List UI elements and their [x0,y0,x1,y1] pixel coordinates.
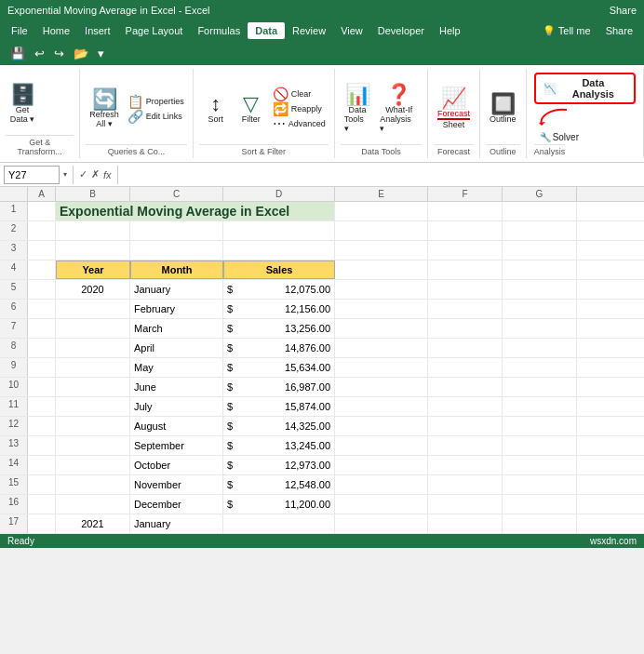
cell-c16[interactable]: December [130,495,223,514]
cell-e3[interactable] [335,241,428,260]
cell-d3[interactable] [223,241,335,260]
col-header-g[interactable]: G [503,187,577,201]
menu-developer[interactable]: Developer [370,22,432,39]
formula-check[interactable]: ✓ [79,168,87,180]
cell-c6[interactable]: February [130,300,223,318]
cell-c14[interactable]: October [130,456,223,474]
cell-c8[interactable]: April [130,339,223,357]
cell-d17[interactable] [223,514,335,533]
menu-home[interactable]: Home [35,22,77,39]
cell-f1[interactable] [428,202,503,220]
cell-d7[interactable]: $13,256.00 [223,319,335,338]
cell-c2[interactable] [130,221,223,240]
refresh-all-button[interactable]: 🔄 Refresh All ▾ [86,87,123,130]
cell-f2[interactable] [428,221,503,240]
cell-g3[interactable] [503,241,577,260]
cell-d16[interactable]: $11,200.00 [223,495,335,514]
cell-a1[interactable] [28,202,56,220]
name-box-chevron[interactable]: ▾ [63,170,67,179]
cell-d6[interactable]: $12,156.00 [223,300,335,318]
advanced-button[interactable]: ⋯ Advanced [270,116,329,131]
cell-c9[interactable]: May [130,358,223,377]
cell-d8[interactable]: $14,876.00 [223,339,335,357]
forecast-sheet-button[interactable]: 📈 Forecast Sheet [434,87,474,131]
customize-icon[interactable]: ▾ [95,45,107,62]
col-header-c[interactable]: C [130,187,223,201]
get-data-button[interactable]: 🗄️ Get Data ▾ [6,83,39,126]
col-header-e[interactable]: E [335,187,428,201]
menu-share[interactable]: Share [598,22,640,39]
cell-e5[interactable] [335,280,428,299]
cell-c4[interactable]: Month [130,260,223,279]
menu-tell-me[interactable]: 💡 Tell me [535,22,598,40]
data-tools-button[interactable]: 📊 Data Tools ▾ [341,83,374,135]
cell-d12[interactable]: $14,325.00 [223,417,335,435]
col-header-f[interactable]: F [428,187,503,201]
cell-c10[interactable]: June [130,378,223,396]
cell-a4[interactable] [28,260,56,279]
formula-input[interactable] [124,169,640,180]
col-header-a[interactable]: A [28,187,56,201]
cell-d11[interactable]: $15,874.00 [223,397,335,416]
cell-c3[interactable] [130,241,223,260]
cell-b17[interactable]: 2021 [56,514,130,533]
sort-button[interactable]: ↕️ Sort [199,92,233,126]
cell-b2[interactable] [56,221,130,240]
menu-review[interactable]: Review [285,22,333,39]
cell-e1[interactable] [335,202,428,220]
outline-button[interactable]: 🔲 Outline [486,92,520,126]
cell-f3[interactable] [428,241,503,260]
cell-e4[interactable] [335,260,428,279]
cell-g5[interactable] [503,280,577,299]
cell-c12[interactable]: August [130,417,223,435]
name-box[interactable]: Y27 [4,166,60,184]
cell-d5[interactable]: $12,075.00 [223,280,335,299]
menu-view[interactable]: View [333,22,370,39]
col-header-b[interactable]: B [56,187,130,201]
cell-b5[interactable]: 2020 [56,280,130,299]
cell-f4[interactable] [428,260,503,279]
cell-d10[interactable]: $16,987.00 [223,378,335,396]
col-header-d[interactable]: D [223,187,335,201]
cell-a5[interactable] [28,280,56,299]
what-if-button[interactable]: ❓ What-If Analysis ▾ [376,83,422,135]
cell-b3[interactable] [56,241,130,260]
cell-d15[interactable]: $12,548.00 [223,475,335,494]
cell-c11[interactable]: July [130,397,223,416]
cell-b6[interactable] [56,300,130,318]
cell-g4[interactable] [503,260,577,279]
reapply-button[interactable]: 🔁 Reapply [270,101,329,116]
cell-g1[interactable] [503,202,577,220]
share-btn[interactable]: Share [610,5,637,16]
properties-button[interactable]: 📋 Properties [125,94,187,109]
menu-insert[interactable]: Insert [77,22,118,39]
menu-page-layout[interactable]: Page Layout [118,22,191,39]
menu-formulas[interactable]: Formulas [190,22,248,39]
cell-b4[interactable]: Year [56,260,130,279]
cell-d13[interactable]: $13,245.00 [223,436,335,455]
clear-button[interactable]: 🚫 Clear [270,87,329,101]
data-analysis-button[interactable]: 📉 Data Analysis [534,73,636,104]
open-icon[interactable]: 📂 [71,45,91,62]
filter-button[interactable]: ▽ Filter [235,92,268,126]
formula-cancel[interactable]: ✗ [91,168,100,180]
undo-icon[interactable]: ↩ [32,45,47,62]
cell-d9[interactable]: $15,634.00 [223,358,335,377]
cell-c13[interactable]: September [130,436,223,455]
cell-a3[interactable] [28,241,56,260]
solver-button[interactable]: 🔧 Solver [534,130,636,144]
cell-f5[interactable] [428,280,503,299]
cell-c5[interactable]: January [130,280,223,299]
cell-d4[interactable]: Sales [223,260,335,279]
menu-file[interactable]: File [4,22,35,39]
cell-a2[interactable] [28,221,56,240]
save-icon[interactable]: 💾 [7,45,28,62]
cell-d14[interactable]: $12,973.00 [223,456,335,474]
cell-c15[interactable]: November [130,475,223,494]
cell-c7[interactable]: March [130,319,223,338]
edit-links-button[interactable]: 🔗 Edit Links [125,109,187,124]
menu-help[interactable]: Help [432,22,468,39]
cell-e2[interactable] [335,221,428,240]
cell-c17[interactable]: January [130,514,223,533]
menu-data[interactable]: Data [248,22,285,39]
